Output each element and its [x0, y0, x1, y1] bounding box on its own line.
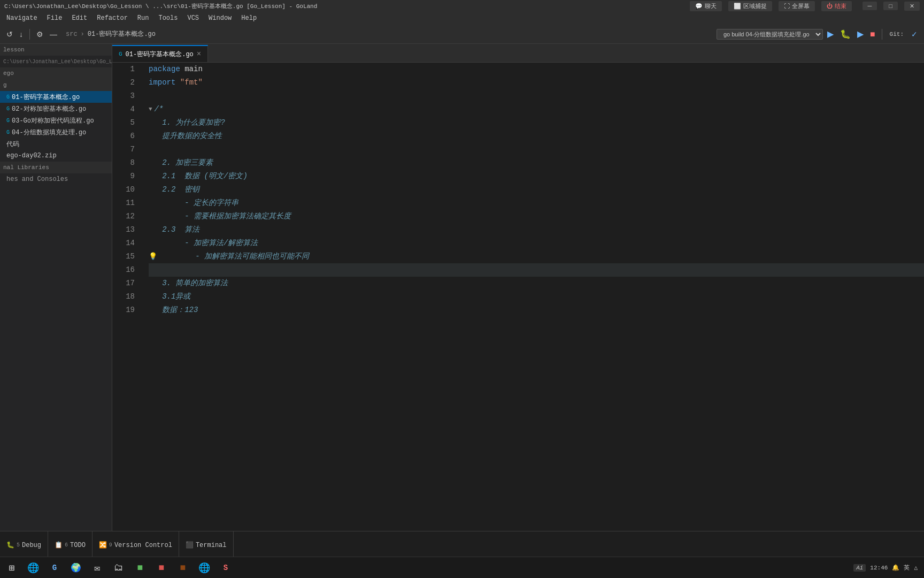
taskbar-files[interactable]: 🗂 [109, 558, 128, 577]
code-line-9: 2.1 数据 (明文/密文) [149, 170, 924, 183]
bottom-panels: 🐛 5 Debug 📋 6 TODO 🔀 9 Version Control ⬛… [0, 531, 924, 559]
taskbar-mail[interactable]: ✉ [88, 558, 107, 577]
sidebar-file-1[interactable]: G 01-密码字基本概念.go [0, 91, 112, 103]
debug-tab-icon: 🐛 [6, 541, 14, 549]
sidebar-section-consoles: hes and Consoles [0, 173, 112, 185]
go-file-icon-1: G [6, 94, 10, 100]
comment-8: 2. 加密三要素 [149, 156, 213, 170]
run-coverage-btn[interactable]: ▶ [855, 28, 866, 40]
bottom-tab-debug[interactable]: 🐛 5 Debug [0, 531, 48, 559]
comment-12: - 需要根据加密算法确定其长度 [149, 210, 291, 223]
sidebar-section-lesson: lesson [0, 44, 112, 56]
comment-16 [149, 263, 153, 277]
tray-up: △ [914, 564, 918, 571]
title-bar-controls: 💬 聊天 ⬜ 区域捕捉 ⛶ 全屏幕 ⏻ 结束 ─ □ ✕ [690, 1, 920, 11]
toolbar-minimize-btn[interactable]: — [48, 29, 59, 40]
go-file-icon-3: G [6, 118, 10, 124]
menu-tools[interactable]: Tools [154, 13, 182, 23]
fullscreen-button[interactable]: ⛶ 全屏幕 [779, 1, 815, 11]
capture-button[interactable]: ⬜ 区域捕捉 [728, 1, 772, 11]
bulb-icon[interactable]: 💡 [149, 250, 157, 263]
code-line-2: import "fmt" [149, 76, 924, 89]
code-line-11: - 定长的字符串 [149, 196, 924, 210]
code-content: 1 2 3 4 5 6 7 8 9 10 11 12 13 14 15 16 1… [112, 63, 924, 531]
comment-5: 1. 为什么要加密? [149, 116, 225, 130]
taskbar-goland[interactable]: G [45, 558, 64, 577]
menu-vcs[interactable]: VCS [183, 13, 203, 23]
menu-refactor[interactable]: Refactor [93, 13, 132, 23]
comment-19: 数据：123 [149, 303, 198, 317]
comment-15: - 加解密算法可能相同也可能不同 [159, 250, 309, 263]
chat-button[interactable]: 💬 聊天 [690, 1, 722, 11]
run-button[interactable]: ▶ [825, 28, 836, 40]
tab-filename: 01-密码字基本概念.go [126, 50, 194, 59]
vcs-tab-icon: 🔀 [99, 541, 107, 549]
title-bar-left: C:\Users\Jonathan_Lee\Desktop\Go_Lesson … [4, 2, 317, 10]
comment-18: 3.1异或 [149, 290, 190, 303]
bottom-tab-terminal[interactable]: ⬛ Terminal [179, 531, 234, 559]
code-line-3 [149, 89, 924, 103]
toolbar-right: go build 04-分组数据填充处理.go ▶ 🐛 ▶ ■ Git: ✓ [717, 28, 920, 40]
sidebar-folder-zip[interactable]: ego-day02.zip [0, 150, 112, 162]
toolbar-collapse-btn[interactable]: ↓ [17, 29, 25, 40]
tab-main-file[interactable]: G 01-密码字基本概念.go × [112, 45, 208, 62]
code-line-10: 2.2 密钥 [149, 183, 924, 196]
stop-btn[interactable]: ■ [868, 28, 877, 40]
sidebar-section-libraries: nal Libraries [0, 162, 112, 173]
minimize-button[interactable]: ─ [863, 2, 877, 10]
close-window-button[interactable]: ✕ [904, 2, 920, 11]
end-button[interactable]: ⏻ 结束 [821, 1, 852, 11]
taskbar-browser[interactable]: 🌐 [195, 558, 214, 577]
toolbar-sync-btn[interactable]: ↺ [4, 29, 15, 40]
sidebar-file-4[interactable]: G 04-分组数据填充处理.go [0, 126, 112, 138]
taskbar-app-s[interactable]: S [216, 558, 235, 577]
taskbar-red[interactable]: ■ [152, 558, 171, 577]
vcs-tab-label: Version Control [114, 542, 172, 549]
taskbar-ie[interactable]: 🌐 [24, 558, 43, 577]
run-config-select[interactable]: go build 04-分组数据填充处理.go [717, 29, 823, 40]
comment-open: /* [155, 103, 164, 116]
tray-lang: 英 [904, 564, 910, 572]
git-label: Git: [887, 30, 907, 39]
sidebar-path: C:\Users\Jonathan_Lee\Desktop\Go_L... [0, 56, 112, 67]
bottom-tab-vcs[interactable]: 🔀 9 Version Control [93, 531, 179, 559]
maximize-button[interactable]: □ [883, 2, 898, 10]
taskbar-brown[interactable]: ■ [173, 558, 192, 577]
menu-navigate[interactable]: Navigate [2, 13, 42, 23]
debug-tab-label: Debug [22, 542, 41, 549]
menu-window[interactable]: Window [204, 13, 236, 23]
tab-close-btn[interactable]: × [197, 50, 201, 58]
taskbar-start[interactable]: ⊞ [2, 558, 21, 577]
sidebar-folder-code[interactable]: 代码 [0, 138, 112, 150]
comment-13: 2.3 算法 [149, 223, 199, 237]
todo-tab-label: TODO [70, 542, 86, 549]
main-layout: lesson C:\Users\Jonathan_Lee\Desktop\Go_… [0, 44, 924, 531]
code-line-4: ▼ /* [149, 103, 924, 116]
toolbar: ↺ ↓ ⚙ — src › 01-密码字基本概念.go go build 04-… [0, 25, 924, 44]
comment-14: - 加密算法/解密算法 [149, 237, 258, 250]
sidebar-section-g: g [0, 79, 112, 91]
line-numbers: 1 2 3 4 5 6 7 8 9 10 11 12 13 14 15 16 1… [112, 63, 140, 531]
menu-file[interactable]: File [43, 13, 67, 23]
menu-edit[interactable]: Edit [67, 13, 91, 23]
fold-icon[interactable]: ▼ [149, 103, 152, 116]
bottom-tab-todo[interactable]: 📋 6 TODO [48, 531, 93, 559]
menu-help[interactable]: Help [237, 13, 261, 23]
debug-button[interactable]: 🐛 [838, 28, 853, 40]
menu-run[interactable]: Run [133, 13, 153, 23]
code-line-8: 2. 加密三要素 [149, 156, 924, 170]
code-line-17: 3. 简单的加密算法 [149, 277, 924, 290]
toolbar-settings-btn[interactable]: ⚙ [34, 29, 45, 40]
sidebar-file-2[interactable]: G 02-对称加密基本概念.go [0, 103, 112, 115]
taskbar-system-tray: Ai 12:46 🔔 英 △ [853, 564, 922, 572]
taskbar-chrome[interactable]: 🌍 [66, 558, 86, 577]
terminal-tab-label: Terminal [196, 542, 227, 549]
taskbar-green[interactable]: ■ [130, 558, 150, 577]
chat-icon: 💬 [695, 3, 703, 10]
sidebar-file-3[interactable]: G 03-Go对称加密代码流程.go [0, 115, 112, 126]
breadcrumb-file: 01-密码字基本概念.go [88, 29, 156, 39]
vcs-tab-num: 9 [109, 542, 112, 548]
git-action-btn[interactable]: ✓ [909, 29, 920, 40]
string-fmt: "fmt" [180, 76, 203, 89]
code-line-14: - 加密算法/解密算法 [149, 237, 924, 250]
